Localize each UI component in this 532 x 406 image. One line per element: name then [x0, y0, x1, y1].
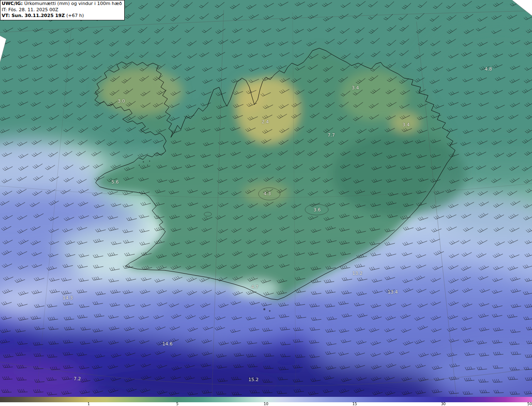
colorbar-legend: 1510153050: [0, 397, 532, 406]
legend-tick-label: 5: [176, 402, 179, 406]
legend-tick-label: 10: [264, 402, 268, 406]
valid-time: VT: Sun. 30.11.2025 19Z: [2, 13, 65, 18]
precip-wind-map: [0, 0, 532, 397]
legend-tick-label: 30: [441, 402, 446, 406]
init-time: IT: Fös. 28. 11. 2025 00Z: [2, 7, 122, 13]
legend-tick-label: 15: [352, 402, 357, 406]
map-area: 4.83.43.02.43.47.75.64.33.613.24.713.414…: [0, 0, 532, 397]
map-title-line: UWC/IG: Úrkomumætti (mm) og vindur i 100…: [2, 1, 122, 7]
map-title: Úrkomumætti (mm) og vindur i 100m hæð: [23, 1, 122, 6]
legend-tick-label: 1: [88, 402, 90, 406]
valid-time-offset: (+67 h): [65, 13, 84, 18]
valid-time-line: VT: Sun. 30.11.2025 19Z (+67 h): [2, 13, 122, 19]
model-name: UWC/IG:: [2, 1, 23, 6]
weather-map-screen: 4.83.43.02.43.47.75.64.33.613.24.713.414…: [0, 0, 532, 406]
title-box: UWC/IG: Úrkomumætti (mm) og vindur i 100…: [0, 0, 125, 20]
legend-ticks: 1510153050: [0, 402, 532, 406]
legend-tick-label: 50: [527, 402, 532, 406]
